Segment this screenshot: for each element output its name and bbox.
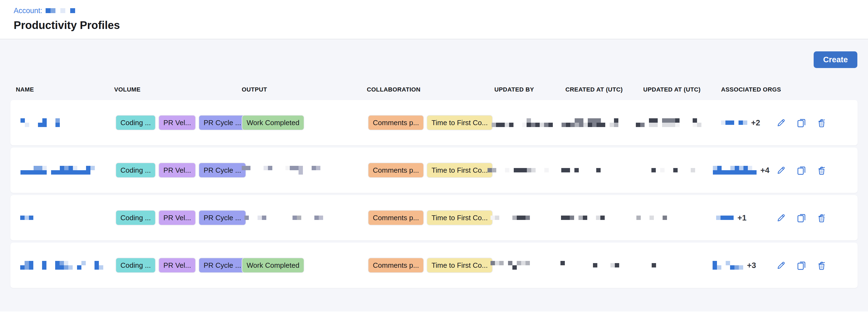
metric-tag: PR Cycle ... bbox=[198, 162, 246, 178]
table-row[interactable]: Coding ...PR Vel...PR Cycle ...Work Comp… bbox=[10, 100, 858, 145]
cell-associated-orgs: +4 bbox=[721, 166, 776, 175]
pencil-icon bbox=[776, 118, 786, 128]
edit-button[interactable] bbox=[776, 117, 786, 129]
metric-tag: Time to First Co... bbox=[427, 162, 493, 178]
cell-name bbox=[16, 166, 114, 175]
delete-button[interactable] bbox=[816, 259, 827, 271]
tag-group: Coding ...PR Vel...PR Cycle ... bbox=[116, 162, 242, 178]
edit-button[interactable] bbox=[776, 259, 786, 271]
redacted-updated-at bbox=[637, 216, 721, 220]
column-header: ASSOCIATED ORGS bbox=[721, 86, 776, 93]
tag-group: Coding ...PR Vel...PR Cycle ... bbox=[116, 115, 242, 130]
metric-tag: PR Vel... bbox=[158, 162, 196, 178]
pencil-icon bbox=[776, 260, 786, 271]
duplicate-button[interactable] bbox=[796, 117, 807, 129]
cell-created-at bbox=[565, 168, 643, 173]
metric-tag: PR Cycle ... bbox=[198, 115, 246, 130]
metric-tag: Coding ... bbox=[116, 258, 156, 273]
cell-output: Work Completed bbox=[242, 258, 367, 273]
redacted-updated-by bbox=[492, 118, 565, 127]
redacted-created-at bbox=[593, 263, 643, 268]
metric-tag: PR Vel... bbox=[158, 210, 196, 225]
row-actions bbox=[776, 259, 858, 271]
redacted-updated-at bbox=[636, 118, 721, 127]
row-actions bbox=[776, 212, 858, 224]
redacted-updated-at bbox=[652, 263, 721, 268]
page-title: Productivity Profiles bbox=[14, 19, 854, 32]
cell-output bbox=[242, 166, 367, 175]
tag-group: Comments p...Time to First Co... bbox=[368, 115, 494, 130]
metric-tag: Work Completed bbox=[242, 258, 304, 273]
cell-updated-by bbox=[494, 261, 565, 270]
duplicate-button[interactable] bbox=[796, 164, 807, 176]
table-row[interactable]: Coding ...PR Vel...PR Cycle ...Comments … bbox=[10, 195, 858, 241]
trash-icon bbox=[816, 165, 827, 176]
cell-associated-orgs: +2 bbox=[721, 118, 776, 127]
redacted-output bbox=[242, 166, 367, 175]
cell-updated-by bbox=[494, 168, 565, 173]
cell-associated-orgs: +1 bbox=[721, 213, 776, 222]
cell-updated-at bbox=[643, 118, 721, 127]
cell-volume: Coding ...PR Vel...PR Cycle ... bbox=[114, 210, 242, 225]
orgs-more-count: +4 bbox=[761, 166, 769, 175]
metric-tag: Comments p... bbox=[368, 162, 424, 178]
edit-button[interactable] bbox=[776, 212, 786, 224]
cell-name bbox=[16, 118, 114, 127]
trash-icon bbox=[816, 213, 827, 223]
account-link[interactable]: Account: bbox=[14, 6, 42, 15]
copy-icon bbox=[796, 213, 807, 223]
cell-updated-at bbox=[643, 263, 721, 268]
redacted-orgs bbox=[713, 261, 743, 270]
redacted-account-pixels bbox=[45, 8, 75, 13]
column-header: VOLUME bbox=[114, 86, 242, 93]
table-row[interactable]: Coding ...PR Vel...PR Cycle ...Comments … bbox=[10, 148, 858, 193]
redacted-account-name bbox=[45, 8, 75, 13]
column-header: UPDATED AT (UTC) bbox=[643, 86, 721, 93]
redacted-created-at bbox=[562, 118, 643, 127]
redacted-output bbox=[244, 216, 367, 220]
cell-volume: Coding ...PR Vel...PR Cycle ... bbox=[114, 115, 242, 130]
metric-tag: Work Completed bbox=[242, 115, 304, 130]
cell-associated-orgs: +3 bbox=[721, 261, 776, 270]
delete-button[interactable] bbox=[816, 117, 827, 129]
table-header-row: NAMEVOLUMEOUTPUTCOLLABORATIONUPDATED BYC… bbox=[10, 86, 858, 93]
content-panel: Create NAMEVOLUMEOUTPUTCOLLABORATIONUPDA… bbox=[0, 39, 868, 311]
cell-output bbox=[242, 216, 367, 220]
redacted-created-at bbox=[561, 216, 643, 220]
row-actions bbox=[776, 117, 858, 129]
metric-tag: PR Cycle ... bbox=[198, 258, 246, 273]
edit-button[interactable] bbox=[776, 164, 786, 176]
cell-volume: Coding ...PR Vel...PR Cycle ... bbox=[114, 258, 242, 273]
redacted-created-at bbox=[561, 168, 643, 173]
cell-name bbox=[16, 261, 114, 270]
column-header: CREATED AT (UTC) bbox=[565, 86, 643, 93]
metric-tag: Coding ... bbox=[116, 210, 156, 225]
table-row[interactable]: Coding ...PR Vel...PR Cycle ...Work Comp… bbox=[10, 243, 858, 288]
pencil-icon bbox=[776, 213, 786, 223]
delete-button[interactable] bbox=[816, 212, 827, 224]
duplicate-button[interactable] bbox=[796, 259, 807, 271]
metric-tag: Comments p... bbox=[368, 115, 424, 130]
orgs-more-count: +1 bbox=[738, 213, 746, 222]
row-actions bbox=[776, 164, 858, 176]
duplicate-button[interactable] bbox=[796, 212, 807, 224]
cell-updated-at bbox=[643, 168, 721, 173]
tag-group: Work Completed bbox=[242, 115, 367, 130]
redacted-orgs bbox=[713, 166, 756, 175]
delete-button[interactable] bbox=[816, 164, 827, 176]
metric-tag: Time to First Co... bbox=[427, 115, 493, 130]
metric-tag: PR Vel... bbox=[158, 115, 196, 130]
tag-group: Comments p...Time to First Co... bbox=[368, 162, 494, 178]
cell-created-at bbox=[565, 216, 643, 220]
metric-tag: Coding ... bbox=[116, 162, 156, 178]
tag-group: Work Completed bbox=[242, 258, 367, 273]
metric-tag: Time to First Co... bbox=[427, 210, 493, 225]
redacted-updated-by bbox=[491, 261, 565, 270]
create-button[interactable]: Create bbox=[814, 51, 857, 68]
trash-icon bbox=[816, 118, 827, 128]
tag-group: Comments p...Time to First Co... bbox=[368, 210, 494, 225]
table-body: Coding ...PR Vel...PR Cycle ...Work Comp… bbox=[10, 100, 858, 288]
cell-collaboration: Comments p...Time to First Co... bbox=[367, 210, 494, 225]
trash-icon bbox=[816, 260, 827, 271]
cell-name bbox=[16, 216, 114, 220]
